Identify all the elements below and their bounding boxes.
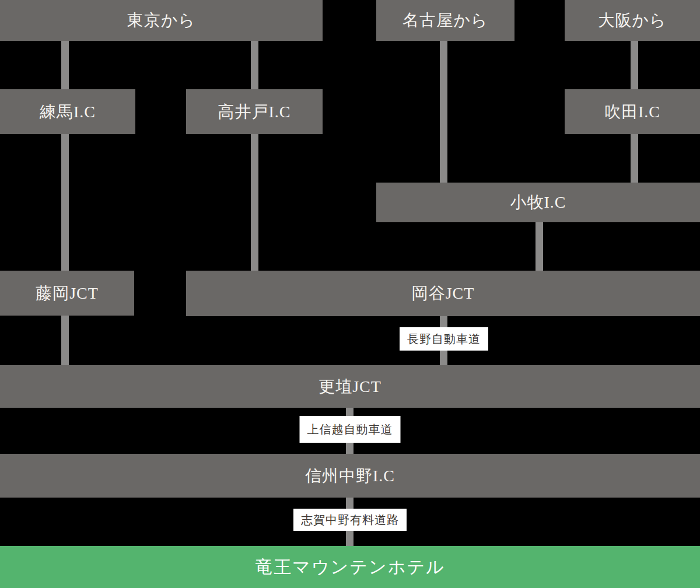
node-okaya-jct: 岡谷JCT [186,271,700,316]
node-origin-nagoya: 名古屋から [376,0,514,41]
connector-tokyo-to-nerima [61,41,69,89]
node-fujioka-jct: 藤岡JCT [0,271,134,316]
node-nerima-ic: 練馬I.C [0,89,135,134]
connector-tokyo-to-takaido [251,41,258,89]
node-destination-ryuoo-mountain-hotel: 竜王マウンテンホテル [0,546,700,588]
node-takaido-ic: 高井戸I.C [186,89,323,134]
connector-fujioka-to-koshoku [61,316,69,365]
road-label-nagano-expressway: 長野自動車道 [400,327,488,351]
node-koshoku-jct: 更埴JCT [0,365,700,408]
access-route-diagram: 東京から 名古屋から 大阪から 練馬I.C 高井戸I.C 吹田I.C 小牧I.C… [0,0,700,588]
node-origin-tokyo: 東京から [0,0,323,41]
road-label-shiga-nakano-toll-road: 志賀中野有料道路 [293,509,407,531]
road-label-joshinetsu-expressway: 上信越自動車道 [300,416,401,443]
connector-suita-to-komaki [631,134,638,183]
node-komaki-ic: 小牧I.C [376,183,700,222]
connector-osaka-to-suita [631,41,638,89]
connector-komaki-to-okaya [536,222,543,271]
connector-nerima-to-fujioka [61,134,69,271]
connector-takaido-to-okaya [251,134,258,271]
node-origin-osaka: 大阪から [565,0,700,41]
node-suita-ic: 吹田I.C [565,89,700,134]
node-shinshu-nakano-ic: 信州中野I.C [0,454,700,498]
connector-nagoya-to-komaki [440,41,447,183]
